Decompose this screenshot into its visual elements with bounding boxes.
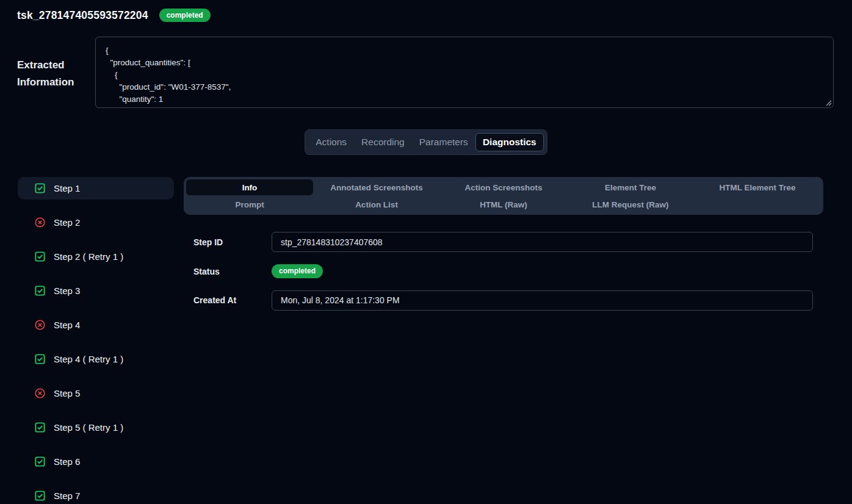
page-header: tsk_278147405593572204 completed — [0, 0, 852, 22]
check-square-icon — [34, 422, 46, 433]
step-item-label: Step 7 — [54, 491, 80, 501]
step-item-step-6[interactable]: Step 6 — [18, 450, 174, 473]
tab-parameters[interactable]: Parameters — [412, 133, 475, 151]
step-id-label: Step ID — [193, 237, 272, 247]
subtab-element-tree[interactable]: Element Tree — [567, 179, 694, 195]
step-item-step-4[interactable]: Step 4 — [18, 314, 174, 336]
x-circle-icon — [34, 387, 46, 399]
check-square-icon — [34, 251, 46, 262]
step-item-label: Step 6 — [54, 456, 80, 467]
step-id-row: Step ID — [193, 232, 823, 252]
step-item-label: Step 2 — [54, 217, 80, 228]
step-item-label: Step 5 ( Retry 1 ) — [54, 422, 123, 433]
status-row: Status completed — [193, 264, 823, 278]
step-item-label: Step 1 — [54, 183, 80, 193]
subtab-llm-request-raw[interactable]: LLM Request (Raw) — [567, 196, 694, 212]
step-item-step-7[interactable]: Step 7 — [18, 484, 174, 504]
check-square-icon — [34, 456, 46, 467]
steps-sidebar: Step 1Step 2Step 2 ( Retry 1 )Step 3Step… — [18, 177, 174, 504]
check-square-icon — [34, 490, 46, 502]
x-circle-icon — [34, 217, 46, 228]
subtab-html-element-tree[interactable]: HTML Element Tree — [694, 179, 821, 195]
diagnostics-panel: InfoAnnotated ScreenshotsAction Screensh… — [184, 177, 823, 322]
x-circle-icon — [34, 319, 46, 331]
step-item-step-5[interactable]: Step 5 — [18, 382, 174, 405]
subtab-action-list[interactable]: Action List — [313, 196, 440, 212]
step-item-label: Step 4 ( Retry 1 ) — [54, 354, 123, 364]
info-fields: Step ID Status completed Created At — [184, 232, 823, 310]
task-status-badge: completed — [159, 9, 211, 22]
check-square-icon — [34, 285, 46, 297]
extracted-information-box: { "product_quantities": [ { "product_id"… — [95, 37, 834, 108]
diagnostics-tab-bar: InfoAnnotated ScreenshotsAction Screensh… — [184, 177, 823, 215]
subtab-action-screenshots[interactable]: Action Screenshots — [440, 179, 567, 195]
created-at-label: Created At — [193, 295, 272, 305]
subtab-annotated-screenshots[interactable]: Annotated Screenshots — [313, 179, 440, 195]
step-item-label: Step 4 — [54, 320, 80, 330]
subtab-info[interactable]: Info — [186, 179, 313, 195]
step-item-step-4-retry-1[interactable]: Step 4 ( Retry 1 ) — [18, 348, 174, 370]
extracted-information-textarea[interactable]: { "product_quantities": [ { "product_id"… — [95, 37, 834, 108]
step-item-step-2-retry-1[interactable]: Step 2 ( Retry 1 ) — [18, 245, 174, 268]
step-status-badge: completed — [272, 264, 323, 278]
step-item-step-5-retry-1[interactable]: Step 5 ( Retry 1 ) — [18, 416, 174, 439]
content-area: Step 1Step 2Step 2 ( Retry 1 )Step 3Step… — [18, 177, 823, 504]
task-id-title: tsk_278147405593572204 — [17, 9, 148, 22]
subtab-html-raw[interactable]: HTML (Raw) — [440, 196, 567, 212]
subtab-prompt[interactable]: Prompt — [186, 196, 313, 212]
main-tab-bar: ActionsRecordingParametersDiagnostics — [305, 129, 547, 155]
tab-diagnostics[interactable]: Diagnostics — [475, 133, 544, 151]
status-label: Status — [193, 267, 272, 276]
check-square-icon — [34, 353, 46, 365]
step-item-step-2[interactable]: Step 2 — [18, 211, 174, 234]
extracted-information-section: Extracted Information { "product_quantit… — [0, 37, 852, 108]
extracted-information-label: Extracted Information — [0, 37, 95, 108]
created-at-row: Created At — [193, 290, 823, 311]
step-item-label: Step 3 — [54, 286, 80, 296]
textarea-resize-handle-icon[interactable] — [825, 99, 832, 106]
check-square-icon — [34, 182, 46, 194]
step-item-step-1[interactable]: Step 1 — [18, 177, 174, 200]
step-item-label: Step 5 — [54, 388, 80, 398]
tab-recording[interactable]: Recording — [354, 133, 412, 151]
tab-actions[interactable]: Actions — [308, 133, 354, 151]
created-at-input[interactable] — [272, 290, 813, 311]
step-item-step-3[interactable]: Step 3 — [18, 279, 174, 302]
step-item-label: Step 2 ( Retry 1 ) — [54, 251, 123, 262]
step-id-input[interactable] — [272, 232, 813, 252]
